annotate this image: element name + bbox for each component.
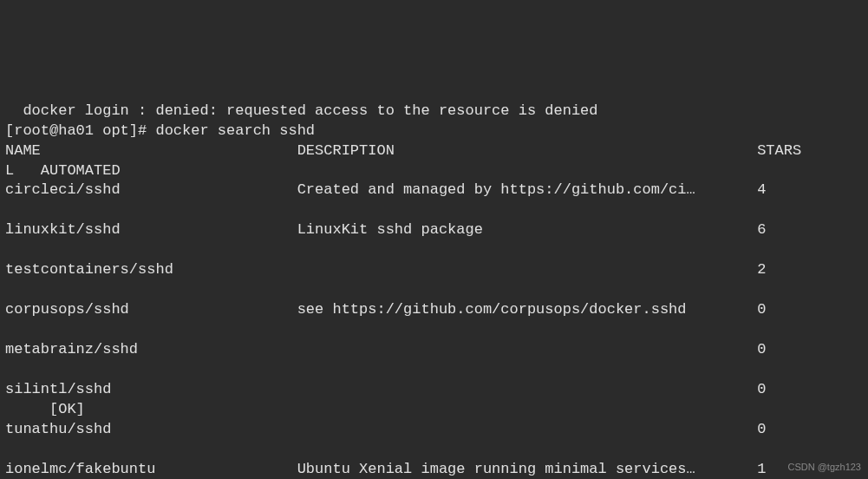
results: circleci/sshd Created and managed by htt… bbox=[5, 181, 775, 479]
header-line2: L AUTOMATED bbox=[5, 162, 121, 179]
terminal-output: docker login : denied: requested access … bbox=[5, 82, 863, 479]
error-line: docker login : denied: requested access … bbox=[5, 102, 598, 119]
prompt: [root@ha01 opt]# bbox=[5, 122, 155, 139]
command[interactable]: docker search sshd bbox=[155, 122, 315, 139]
header-line: NAME DESCRIPTION STARS bbox=[5, 142, 801, 159]
watermark: CSDN @tgzh123 bbox=[787, 461, 861, 474]
